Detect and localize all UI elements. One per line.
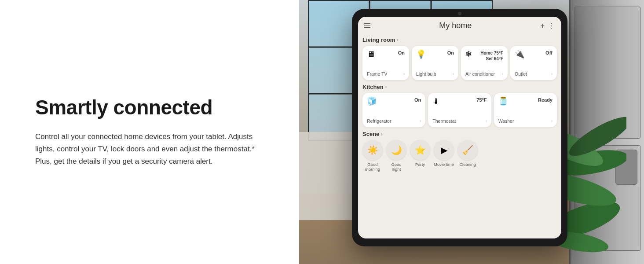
outlet-card-top: 🔌 Off <box>515 50 553 58</box>
movie-time-icon: ▶ <box>434 140 454 160</box>
good-morning-label: Goodmorning <box>365 162 380 172</box>
fridge-card-top: 🧊 On <box>367 97 421 105</box>
frame-tv-card-top: 🖥 On <box>367 50 405 58</box>
frame-tv-chevron: › <box>403 72 405 76</box>
scene-movie-time[interactable]: ▶ Movie time <box>434 140 454 172</box>
frame-tv-status: On <box>398 50 405 55</box>
frame-tv-card[interactable]: 🖥 On Frame TV › <box>362 46 409 80</box>
scene-party[interactable]: ⭐ Party <box>410 140 430 172</box>
screen-title: My home <box>370 21 541 30</box>
right-panel: My home + ⋮ Living room › <box>299 0 644 264</box>
page-headline: Smartly connected <box>35 96 264 119</box>
ac-chevron: › <box>502 72 503 76</box>
bulb-icon: 💡 <box>416 50 426 58</box>
ac-status: Home 75°FSet 64°F <box>480 50 503 62</box>
fridge-status: On <box>414 97 421 103</box>
kitchen-label: Kitchen <box>362 84 384 90</box>
outlet-status: Off <box>545 50 553 55</box>
light-bulb-chevron: › <box>453 72 454 76</box>
cleaning-label: Cleaning <box>459 162 476 167</box>
tablet-screen: My home + ⋮ Living room › <box>358 17 561 238</box>
refrigerator-card[interactable]: 🧊 On Refrigerator › <box>362 93 425 127</box>
thermostat-label: Thermostat <box>432 118 456 124</box>
tv-icon: 🖥 <box>367 50 375 58</box>
light-bulb-name-row: Light bulb › <box>416 71 454 77</box>
kitchen-device-grid: 🧊 On Refrigerator › 🌡 <box>362 93 557 127</box>
more-options-button[interactable]: ⋮ <box>548 22 555 30</box>
light-bulb-label: Light bulb <box>416 71 436 77</box>
washer-icon: 🫙 <box>498 97 508 105</box>
left-panel: Smartly connected Control all your conne… <box>0 0 299 264</box>
outlet-label: Outlet <box>515 71 527 77</box>
scene-section-header: Scene › <box>362 131 557 137</box>
thermostat-name-row: Thermostat › <box>432 118 487 124</box>
scene-arrow[interactable]: › <box>381 132 382 136</box>
header-right: + ⋮ <box>541 22 555 30</box>
ac-label: Air conditioner <box>465 71 495 77</box>
ac-card-top: ❄ Home 75°FSet 64°F <box>465 50 503 62</box>
hamburger-line-2 <box>364 26 370 26</box>
washer-status: Ready <box>538 97 553 103</box>
party-label: Party <box>415 162 425 167</box>
header-left <box>364 23 370 28</box>
washer-card[interactable]: 🫙 Ready Washer › <box>494 93 557 127</box>
screen-header: My home + ⋮ <box>358 17 561 33</box>
living-room-device-grid: 🖥 On Frame TV › 💡 O <box>362 46 557 80</box>
washer-chevron: › <box>551 119 553 123</box>
light-bulb-card[interactable]: 💡 On Light bulb › <box>412 46 458 80</box>
scene-grid: ☀️ Goodmorning 🌙 Goodnight ⭐ Party ▶ <box>362 140 557 172</box>
fridge-chevron: › <box>420 119 421 123</box>
frame-tv-name-row: Frame TV › <box>367 71 405 77</box>
living-room-label: Living room <box>362 37 395 43</box>
good-night-icon: 🌙 <box>386 140 406 160</box>
scene-label: Scene <box>362 131 379 137</box>
thermostat-chevron: › <box>486 119 487 123</box>
kitchen-arrow[interactable]: › <box>385 84 387 89</box>
scene-good-night[interactable]: 🌙 Goodnight <box>386 140 406 172</box>
outlet-name-row: Outlet › <box>515 71 553 77</box>
tablet-container: My home + ⋮ Living room › <box>352 9 581 255</box>
fridge-label: Refrigerator <box>367 118 391 124</box>
hamburger-icon[interactable] <box>364 23 370 28</box>
outlet-icon: 🔌 <box>515 50 524 58</box>
hamburger-line-3 <box>364 27 370 28</box>
page-description: Control all your connected home devices … <box>35 131 264 168</box>
good-morning-icon: ☀️ <box>362 140 383 160</box>
party-icon: ⭐ <box>410 140 430 160</box>
light-bulb-status: On <box>447 50 454 55</box>
cleaning-icon: 🧹 <box>457 140 478 160</box>
living-room-arrow[interactable]: › <box>397 37 398 42</box>
thermostat-card-top: 🌡 75°F <box>432 97 487 105</box>
fridge-icon: 🧊 <box>367 97 377 105</box>
fridge-name-row: Refrigerator › <box>367 118 421 124</box>
hamburger-line-1 <box>364 23 370 24</box>
ac-name-row: Air conditioner › <box>465 71 503 77</box>
tablet-camera <box>458 12 461 15</box>
movie-time-label: Movie time <box>434 162 454 167</box>
screen-content: Living room › 🖥 On Frame TV › <box>358 33 561 238</box>
kitchen-section-header: Kitchen › <box>362 84 557 90</box>
washer-label: Washer <box>498 118 514 124</box>
outlet-card[interactable]: 🔌 Off Outlet › <box>510 46 557 80</box>
light-bulb-card-top: 💡 On <box>416 50 454 58</box>
washer-name-row: Washer › <box>498 118 553 124</box>
washer-card-top: 🫙 Ready <box>498 97 553 105</box>
tablet-device: My home + ⋮ Living room › <box>352 9 567 246</box>
thermostat-card[interactable]: 🌡 75°F Thermostat › <box>428 93 491 127</box>
living-room-section-header: Living room › <box>362 37 557 43</box>
scene-cleaning[interactable]: 🧹 Cleaning <box>457 140 478 172</box>
thermostat-status: 75°F <box>476 97 487 103</box>
scene-good-morning[interactable]: ☀️ Goodmorning <box>362 140 383 172</box>
good-night-label: Goodnight <box>391 162 401 172</box>
frame-tv-label: Frame TV <box>367 71 387 77</box>
thermostat-icon: 🌡 <box>432 97 440 105</box>
ac-icon: ❄ <box>465 50 472 58</box>
ac-card[interactable]: ❄ Home 75°FSet 64°F Air conditioner › <box>461 46 508 80</box>
add-button[interactable]: + <box>541 22 545 30</box>
outlet-chevron: › <box>551 72 553 76</box>
